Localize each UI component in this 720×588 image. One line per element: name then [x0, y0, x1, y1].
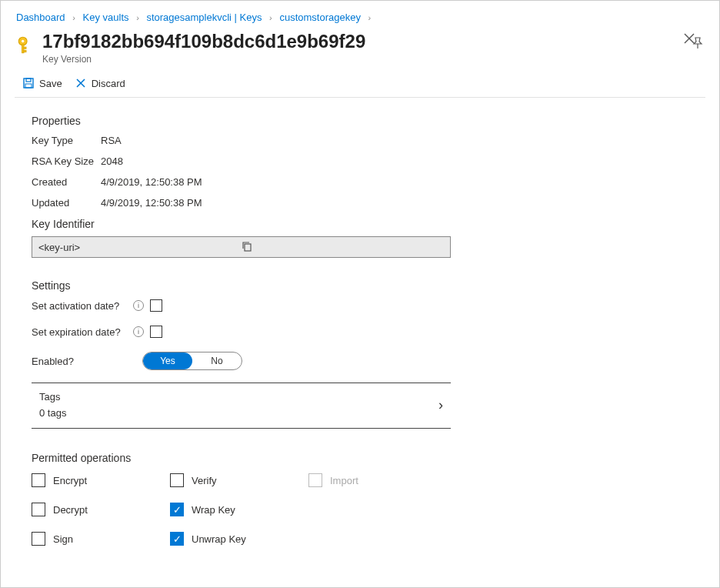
expiration-date-checkbox[interactable]: [150, 326, 162, 338]
enabled-label: Enabled?: [32, 356, 139, 367]
key-identifier-field[interactable]: <key-uri>: [32, 236, 451, 258]
perm-checkbox[interactable]: ✓: [170, 532, 184, 546]
activation-date-checkbox[interactable]: [150, 299, 162, 312]
perm-label: Sign: [53, 533, 73, 545]
properties-heading: Properties: [32, 115, 688, 127]
activation-date-label: Set activation date?: [32, 300, 133, 312]
svg-rect-13: [245, 244, 251, 251]
perm-item-wrap-key[interactable]: ✓Wrap Key: [170, 503, 308, 516]
permitted-ops-heading: Permitted operations: [32, 452, 688, 464]
perm-item-import: Import: [308, 473, 447, 487]
created-label: Created: [32, 176, 101, 188]
copy-icon[interactable]: [242, 241, 445, 254]
breadcrumb: Dashboard › Key vaults › storagesamplekv…: [1, 1, 719, 23]
crumb-vault-keys[interactable]: storagesamplekvcli | Keys: [146, 12, 262, 23]
info-icon[interactable]: i: [133, 300, 144, 311]
svg-point-1: [22, 40, 24, 42]
tags-card[interactable]: Tags 0 tags ›: [32, 383, 451, 429]
crumb-keyname[interactable]: customstoragekey: [279, 12, 361, 23]
tags-heading: Tags: [39, 391, 438, 403]
save-icon: [22, 77, 35, 89]
settings-heading: Settings: [32, 279, 688, 292]
crumb-keyvaults[interactable]: Key vaults: [83, 12, 129, 23]
svg-rect-10: [25, 84, 32, 88]
svg-rect-3: [24, 47, 26, 48]
page-title: 17bf9182bb694f109b8dc6d1e9b69f29: [42, 31, 684, 52]
perm-checkbox[interactable]: [32, 532, 45, 546]
chevron-right-icon: ›: [136, 13, 139, 22]
perm-item-sign[interactable]: Sign: [32, 532, 170, 546]
close-icon[interactable]: [684, 33, 695, 47]
chevron-right-icon: ›: [438, 397, 443, 413]
save-button[interactable]: Save: [22, 77, 62, 89]
chevron-right-icon: ›: [368, 13, 372, 22]
key-size-label: RSA Key Size: [32, 155, 101, 167]
key-icon: [16, 35, 36, 55]
perm-item-encrypt[interactable]: Encrypt: [32, 473, 170, 487]
perm-label: Decrypt: [53, 504, 88, 516]
perm-label: Import: [330, 475, 358, 486]
enabled-toggle[interactable]: Yes No: [142, 352, 242, 370]
perm-checkbox[interactable]: [32, 473, 45, 487]
perm-checkbox[interactable]: ✓: [170, 503, 184, 516]
perm-checkbox: [308, 473, 322, 487]
key-identifier-label: Key Identifier: [32, 218, 688, 230]
updated-value: 4/9/2019, 12:50:38 PM: [101, 197, 202, 209]
perm-label: Encrypt: [53, 475, 87, 486]
perm-item-unwrap-key[interactable]: ✓Unwrap Key: [170, 532, 308, 546]
svg-rect-4: [24, 51, 26, 52]
key-size-value: 2048: [101, 155, 123, 167]
updated-label: Updated: [32, 197, 101, 209]
discard-label: Discard: [92, 78, 125, 89]
crumb-dashboard[interactable]: Dashboard: [16, 12, 65, 23]
svg-rect-9: [26, 79, 31, 82]
save-label: Save: [39, 78, 62, 89]
enabled-no[interactable]: No: [192, 352, 242, 369]
key-type-value: RSA: [101, 135, 122, 146]
key-identifier-value: <key-uri>: [38, 242, 242, 253]
discard-button[interactable]: Discard: [75, 77, 125, 89]
perm-checkbox[interactable]: [170, 473, 184, 487]
perm-label: Wrap Key: [192, 504, 235, 516]
perm-item-verify[interactable]: Verify: [170, 473, 308, 487]
chevron-right-icon: ›: [269, 13, 272, 22]
expiration-date-label: Set expiration date?: [32, 326, 133, 338]
discard-icon: [75, 77, 87, 89]
perm-item-decrypt[interactable]: Decrypt: [32, 503, 170, 516]
created-value: 4/9/2019, 12:50:38 PM: [101, 176, 202, 188]
chevron-right-icon: ›: [72, 13, 75, 22]
perm-label: Verify: [192, 475, 217, 486]
enabled-yes[interactable]: Yes: [143, 352, 192, 369]
info-icon[interactable]: i: [133, 326, 144, 337]
tags-count: 0 tags: [39, 407, 438, 419]
key-type-label: Key Type: [32, 135, 101, 146]
perm-label: Unwrap Key: [192, 533, 246, 545]
perm-checkbox[interactable]: [32, 503, 45, 516]
page-subtitle: Key Version: [42, 54, 684, 65]
